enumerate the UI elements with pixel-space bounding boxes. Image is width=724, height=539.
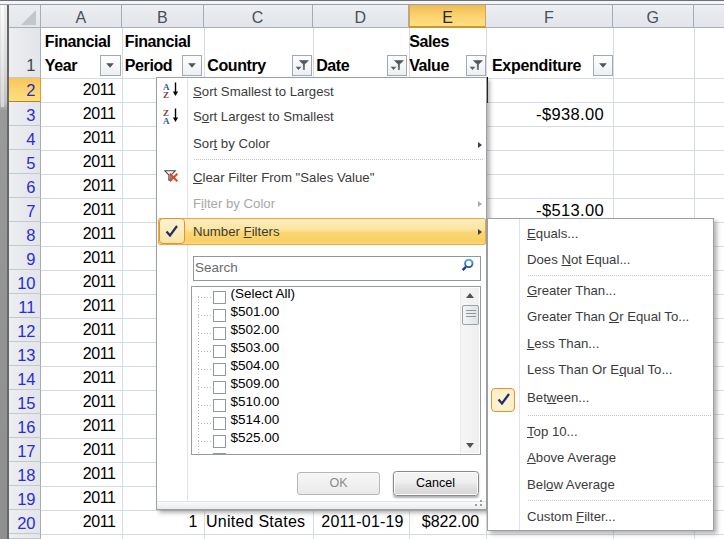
svg-text:A: A bbox=[163, 116, 170, 125]
svg-text:Z: Z bbox=[163, 90, 169, 99]
